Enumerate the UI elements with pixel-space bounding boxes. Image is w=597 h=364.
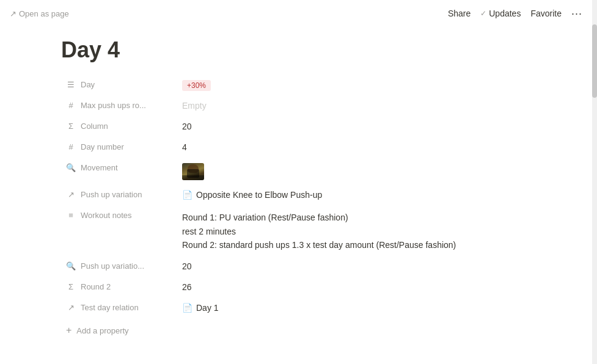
movement-thumbnail[interactable] — [182, 163, 204, 180]
favorite-button[interactable]: Favorite — [530, 9, 562, 18]
arrow-up-right-icon-2: ↗ — [66, 303, 76, 312]
property-value-push-up-variatio[interactable]: 20 — [177, 258, 543, 275]
property-label-text-push-up-variation: Push up variation — [81, 190, 142, 199]
property-label-text-test-day-relation: Test day relation — [81, 303, 139, 312]
workout-notes-line-2: rest 2 minutes — [182, 225, 456, 238]
property-label-text-workout-notes: Workout notes — [81, 211, 132, 220]
property-value-push-up-variation[interactable]: 📄 Opposite Knee to Elbow Push-up — [177, 186, 543, 203]
search-icon-1: 🔍 — [66, 163, 76, 172]
property-label-column[interactable]: Σ Column — [61, 118, 177, 134]
content-area: Day 4 ☰ Day +30% # Max push ups ro... Em… — [0, 27, 592, 364]
add-property-label: Add a property — [76, 326, 128, 335]
property-label-day[interactable]: ☰ Day — [61, 76, 177, 93]
property-label-max-push-ups[interactable]: # Max push ups ro... — [61, 97, 177, 114]
property-label-text-column: Column — [81, 122, 108, 131]
property-value-test-day-relation[interactable]: 📄 Day 1 — [177, 299, 543, 316]
property-value-workout-notes[interactable]: Round 1: PU variation (Rest/Pause fashio… — [177, 207, 543, 255]
list-icon: ☰ — [66, 80, 76, 89]
test-day-relation-ref[interactable]: 📄 Day 1 — [182, 303, 219, 313]
workout-notes-line-1: Round 1: PU variation (Rest/Pause fashio… — [182, 211, 456, 224]
push-up-variation-ref[interactable]: 📄 Opposite Knee to Elbow Push-up — [182, 190, 322, 200]
property-row-test-day-relation: ↗ Test day relation 📄 Day 1 — [61, 298, 543, 319]
property-label-text-day: Day — [81, 80, 95, 89]
more-options-button[interactable]: ··· — [571, 7, 582, 20]
round-2-value: 26 — [182, 282, 192, 292]
property-label-text-round-2: Round 2 — [81, 282, 111, 291]
day-tag-badge: +30% — [182, 80, 211, 91]
plus-icon: + — [66, 325, 71, 336]
property-row-push-up-variatio: 🔍 Push up variatio... 20 — [61, 257, 543, 277]
share-button[interactable]: Share — [448, 9, 471, 18]
property-row-push-up-variation: ↗ Push up variation 📄 Opposite Knee to E… — [61, 185, 543, 206]
search-icon-2: 🔍 — [66, 261, 76, 271]
property-row-workout-notes: ≡ Workout notes Round 1: PU variation (R… — [61, 206, 543, 257]
property-row-day-number: # Day number 4 — [61, 137, 543, 158]
scrollbar-thumb[interactable] — [592, 24, 597, 98]
lines-icon: ≡ — [66, 211, 76, 220]
scrollbar[interactable] — [592, 0, 597, 364]
properties-table: ☰ Day +30% # Max push ups ro... Empty Σ … — [61, 75, 543, 319]
day-number-value: 4 — [182, 142, 187, 152]
property-label-push-up-variation[interactable]: ↗ Push up variation — [61, 186, 177, 203]
property-value-day[interactable]: +30% — [177, 76, 543, 95]
property-value-movement[interactable] — [177, 159, 543, 184]
topbar-actions: Share ✓ Updates Favorite ··· — [448, 7, 582, 20]
property-value-round-2[interactable]: 26 — [177, 278, 543, 296]
property-row-round-2: Σ Round 2 26 — [61, 277, 543, 298]
property-label-day-number[interactable]: # Day number — [61, 139, 177, 155]
test-day-relation-ref-text: Day 1 — [196, 303, 219, 313]
page-doc-icon-2: 📄 — [182, 303, 192, 313]
sigma-icon-1: Σ — [66, 122, 76, 131]
property-label-test-day-relation[interactable]: ↗ Test day relation — [61, 299, 177, 316]
open-as-page-button[interactable]: ↗ Open as page — [10, 9, 69, 18]
page-title: Day 4 — [61, 37, 543, 63]
property-row-movement: 🔍 Movement — [61, 158, 543, 185]
property-label-workout-notes[interactable]: ≡ Workout notes — [61, 207, 177, 224]
sigma-icon-2: Σ — [66, 282, 76, 291]
push-up-variation-ref-text: Opposite Knee to Elbow Push-up — [196, 190, 322, 200]
property-value-column[interactable]: 20 — [177, 118, 543, 135]
empty-text-max-push-ups: Empty — [182, 101, 207, 111]
property-label-text-max-push-ups: Max push ups ro... — [81, 101, 146, 110]
share-label: Share — [448, 9, 471, 18]
push-up-variatio-value: 20 — [182, 261, 192, 271]
updates-button[interactable]: ✓ Updates — [480, 9, 521, 18]
arrow-up-right-icon-1: ↗ — [66, 190, 76, 199]
property-value-max-push-ups[interactable]: Empty — [177, 97, 543, 114]
workout-notes-text: Round 1: PU variation (Rest/Pause fashio… — [182, 211, 456, 252]
property-label-text-push-up-variatio: Push up variatio... — [81, 261, 144, 271]
open-as-page-label: Open as page — [19, 9, 69, 18]
property-label-movement[interactable]: 🔍 Movement — [61, 159, 177, 176]
hash-icon-2: # — [66, 142, 76, 151]
property-row-day: ☰ Day +30% — [61, 75, 543, 96]
updates-label: Updates — [489, 9, 521, 18]
property-label-push-up-variatio[interactable]: 🔍 Push up variatio... — [61, 258, 177, 274]
page-doc-icon-1: 📄 — [182, 190, 192, 200]
property-label-round-2[interactable]: Σ Round 2 — [61, 278, 177, 295]
property-label-text-movement: Movement — [81, 163, 118, 172]
property-label-text-day-number: Day number — [81, 142, 124, 151]
workout-notes-line-3: Round 2: standard push ups 1.3 x test da… — [182, 238, 456, 252]
topbar: ↗ Open as page Share ✓ Updates Favorite … — [0, 0, 592, 27]
add-property-button[interactable]: + Add a property — [61, 321, 543, 340]
check-icon: ✓ — [480, 9, 486, 18]
property-value-day-number[interactable]: 4 — [177, 139, 543, 156]
favorite-label: Favorite — [530, 9, 562, 18]
column-value: 20 — [182, 122, 192, 131]
hash-icon-1: # — [66, 101, 76, 110]
property-row-column: Σ Column 20 — [61, 117, 543, 137]
arrow-up-right-icon: ↗ — [10, 9, 16, 18]
property-row-max-push-ups: # Max push ups ro... Empty — [61, 96, 543, 117]
